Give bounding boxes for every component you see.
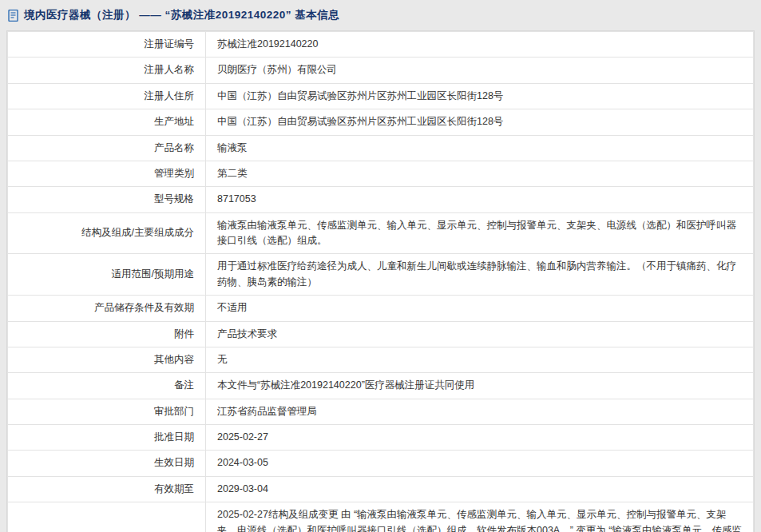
row-value-structure-composition: 输液泵由输液泵单元、传感监测单元、输入单元、显示单元、控制与报警单元、支架夹、电… bbox=[206, 212, 754, 254]
table-row: 有效期至 2029-03-04 bbox=[8, 476, 754, 502]
row-value-storage-conditions: 不适用 bbox=[206, 296, 754, 321]
row-value-registrant-name: 贝朗医疗（苏州）有限公司 bbox=[206, 58, 754, 83]
table-row: 其他内容 无 bbox=[8, 347, 754, 372]
row-label-attachment: 附件 bbox=[8, 321, 206, 347]
row-value-effective-date: 2024-03-05 bbox=[206, 451, 754, 476]
table-row: 注册人住所 中国（江苏）自由贸易试验区苏州片区苏州工业园区长阳街128号 bbox=[8, 83, 754, 109]
row-label-structure-composition: 结构及组成/主要组成成分 bbox=[8, 212, 206, 254]
table-row: 批准日期 2025-02-27 bbox=[8, 425, 754, 451]
row-label-registrant-name: 注册人名称 bbox=[8, 58, 206, 83]
table-row: 管理类别 第二类 bbox=[8, 161, 754, 186]
row-value-attachment: 产品技术要求 bbox=[206, 321, 754, 347]
row-label-production-address: 生产地址 bbox=[8, 109, 206, 135]
row-value-production-address: 中国（江苏）自由贸易试验区苏州片区苏州工业园区长阳街128号 bbox=[206, 109, 754, 135]
table-row: 变更情况 2025-02-27结构及组成变更 由 “输液泵由输液泵单元、传感监测… bbox=[8, 502, 754, 532]
table-row: 注册证编号 苏械注准20192140220 bbox=[8, 32, 754, 58]
table-row: 注册人名称 贝朗医疗（苏州）有限公司 bbox=[8, 58, 754, 83]
row-label-intended-use: 适用范围/预期用途 bbox=[8, 254, 206, 296]
row-label-remarks: 备注 bbox=[8, 373, 206, 399]
row-label-product-name: 产品名称 bbox=[8, 135, 206, 161]
row-label-change-info: 变更情况 bbox=[8, 502, 206, 532]
row-label-registration-number: 注册证编号 bbox=[8, 32, 206, 58]
table-row: 适用范围/预期用途 用于通过标准医疗给药途径为成人、儿童和新生儿间歇或连续静脉输… bbox=[8, 254, 754, 296]
row-label-approval-date: 批准日期 bbox=[8, 425, 206, 451]
row-value-registration-number: 苏械注准20192140220 bbox=[206, 32, 754, 58]
table-row: 产品名称 输液泵 bbox=[8, 135, 754, 161]
row-value-registrant-address: 中国（江苏）自由贸易试验区苏州片区苏州工业园区长阳街128号 bbox=[206, 83, 754, 109]
table-row: 备注 本文件与“苏械注准20192140220”医疗器械注册证共同使用 bbox=[8, 373, 754, 399]
row-value-management-category: 第二类 bbox=[206, 161, 754, 186]
page-title: 境内医疗器械（注册） —— “苏械注准20192140220” 基本信息 bbox=[24, 8, 339, 22]
row-label-effective-date: 生效日期 bbox=[8, 451, 206, 476]
row-value-approval-department: 江苏省药品监督管理局 bbox=[206, 399, 754, 424]
table-row: 附件 产品技术要求 bbox=[8, 321, 754, 347]
info-table-container: 注册证编号 苏械注准20192140220 注册人名称 贝朗医疗（苏州）有限公司… bbox=[6, 30, 755, 532]
row-label-management-category: 管理类别 bbox=[8, 161, 206, 186]
row-label-storage-conditions: 产品储存条件及有效期 bbox=[8, 296, 206, 321]
row-value-change-info: 2025-02-27结构及组成变更 由 “输液泵由输液泵单元、传感监测单元、输入… bbox=[206, 502, 754, 532]
table-row: 审批部门 江苏省药品监督管理局 bbox=[8, 399, 754, 424]
row-value-other-content: 无 bbox=[206, 347, 754, 372]
row-label-registrant-address: 注册人住所 bbox=[8, 83, 206, 109]
table-row: 生效日期 2024-03-05 bbox=[8, 451, 754, 476]
row-value-intended-use: 用于通过标准医疗给药途径为成人、儿童和新生儿间歇或连续静脉输注、输血和肠内营养输… bbox=[206, 254, 754, 296]
page: 境内医疗器械（注册） —— “苏械注准20192140220” 基本信息 注册证… bbox=[0, 0, 761, 532]
row-label-other-content: 其他内容 bbox=[8, 347, 206, 372]
table-row: 结构及组成/主要组成成分 输液泵由输液泵单元、传感监测单元、输入单元、显示单元、… bbox=[8, 212, 754, 254]
document-icon bbox=[8, 10, 19, 22]
row-value-product-name: 输液泵 bbox=[206, 135, 754, 161]
row-label-model-spec: 型号规格 bbox=[8, 187, 206, 212]
row-label-approval-department: 审批部门 bbox=[8, 399, 206, 424]
table-row: 生产地址 中国（江苏）自由贸易试验区苏州片区苏州工业园区长阳街128号 bbox=[8, 109, 754, 135]
page-header: 境内医疗器械（注册） —— “苏械注准20192140220” 基本信息 bbox=[0, 0, 761, 29]
row-value-valid-until: 2029-03-04 bbox=[206, 476, 754, 502]
row-label-valid-until: 有效期至 bbox=[8, 476, 206, 502]
row-value-approval-date: 2025-02-27 bbox=[206, 425, 754, 451]
row-value-remarks: 本文件与“苏械注准20192140220”医疗器械注册证共同使用 bbox=[206, 373, 754, 399]
row-value-model-spec: 8717053 bbox=[206, 187, 754, 212]
registration-info-table: 注册证编号 苏械注准20192140220 注册人名称 贝朗医疗（苏州）有限公司… bbox=[7, 31, 754, 532]
table-row: 产品储存条件及有效期 不适用 bbox=[8, 296, 754, 321]
table-row: 型号规格 8717053 bbox=[8, 187, 754, 212]
